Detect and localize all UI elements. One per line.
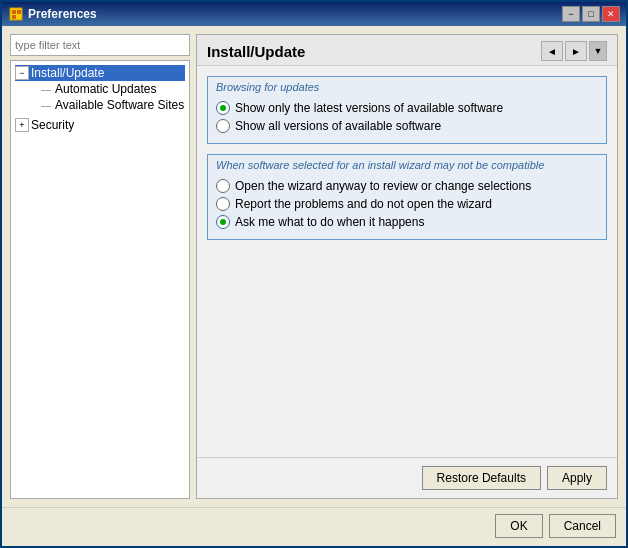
radio-button-5[interactable] xyxy=(216,215,230,229)
radio-label-2: Show all versions of available software xyxy=(235,119,441,133)
svg-rect-1 xyxy=(12,10,16,14)
tree-item-available-software-sites[interactable]: — Available Software Sites xyxy=(41,97,185,113)
radio-button-1[interactable] xyxy=(216,101,230,115)
window-title: Preferences xyxy=(28,7,97,21)
radio-row-1[interactable]: Show only the latest versions of availab… xyxy=(216,99,598,117)
tree-item-label: Install/Update xyxy=(31,66,104,80)
section-browsing-updates: Browsing for updates Show only the lates… xyxy=(207,76,607,144)
tree-item-automatic-updates[interactable]: — Automatic Updates xyxy=(41,81,185,97)
right-body: Browsing for updates Show only the lates… xyxy=(197,66,617,457)
title-bar: Preferences − □ ✕ xyxy=(2,2,626,26)
svg-rect-3 xyxy=(12,15,16,19)
main-row: − Install/Update — Automatic Updates — A… xyxy=(2,26,626,507)
apply-button[interactable]: Apply xyxy=(547,466,607,490)
section-wizard-compat: When software selected for an install wi… xyxy=(207,154,607,240)
radio-row-5[interactable]: Ask me what to do when it happens xyxy=(216,213,598,231)
bottom-bar: Restore Defaults Apply xyxy=(197,457,617,498)
back-button[interactable]: ◄ xyxy=(541,41,563,61)
radio-button-4[interactable] xyxy=(216,197,230,211)
ok-button[interactable]: OK xyxy=(495,514,542,538)
forward-button[interactable]: ► xyxy=(565,41,587,61)
radio-dot-5 xyxy=(220,219,226,225)
svg-rect-2 xyxy=(17,10,21,14)
window-icon xyxy=(8,6,24,22)
tree-children: — Automatic Updates — Available Software… xyxy=(15,81,185,113)
dialog-footer: OK Cancel xyxy=(2,507,626,546)
title-bar-left: Preferences xyxy=(8,6,97,22)
tree-child-label-2: Available Software Sites xyxy=(55,98,184,112)
tree-dash-2: — xyxy=(41,100,51,111)
expand-icon-security[interactable]: + xyxy=(15,118,29,132)
tree-item-security[interactable]: + Security xyxy=(15,117,185,133)
section-content-2: Open the wizard anyway to review or chan… xyxy=(208,173,606,239)
tree-dash: — xyxy=(41,84,51,95)
radio-row-2[interactable]: Show all versions of available software xyxy=(216,117,598,135)
cancel-button[interactable]: Cancel xyxy=(549,514,616,538)
radio-dot-1 xyxy=(220,105,226,111)
radio-row-3[interactable]: Open the wizard anyway to review or chan… xyxy=(216,177,598,195)
section-label-1: Browsing for updates xyxy=(208,77,606,95)
right-panel: Install/Update ◄ ► ▼ Browsing for update… xyxy=(196,34,618,499)
radio-label-4: Report the problems and do not open the … xyxy=(235,197,492,211)
maximize-button[interactable]: □ xyxy=(582,6,600,22)
tree-security-label: Security xyxy=(31,118,74,132)
section-content-1: Show only the latest versions of availab… xyxy=(208,95,606,143)
nav-buttons: ◄ ► ▼ xyxy=(541,41,607,61)
radio-label-5: Ask me what to do when it happens xyxy=(235,215,424,229)
radio-button-2[interactable] xyxy=(216,119,230,133)
radio-label-1: Show only the latest versions of availab… xyxy=(235,101,503,115)
radio-label-3: Open the wizard anyway to review or chan… xyxy=(235,179,531,193)
section-label-2: When software selected for an install wi… xyxy=(208,155,606,173)
right-header: Install/Update ◄ ► ▼ xyxy=(197,35,617,66)
tree-area: − Install/Update — Automatic Updates — A… xyxy=(10,60,190,499)
preferences-window: Preferences − □ ✕ − Install/Update xyxy=(0,0,628,548)
restore-defaults-button[interactable]: Restore Defaults xyxy=(422,466,541,490)
expand-icon[interactable]: − xyxy=(15,66,29,80)
minimize-button[interactable]: − xyxy=(562,6,580,22)
filter-input[interactable] xyxy=(10,34,190,56)
tree-child-label: Automatic Updates xyxy=(55,82,156,96)
right-panel-title: Install/Update xyxy=(207,43,305,60)
content-area: − Install/Update — Automatic Updates — A… xyxy=(2,26,626,546)
tree-item-install-update[interactable]: − Install/Update xyxy=(15,65,185,81)
title-controls: − □ ✕ xyxy=(562,6,620,22)
radio-row-4[interactable]: Report the problems and do not open the … xyxy=(216,195,598,213)
close-button[interactable]: ✕ xyxy=(602,6,620,22)
nav-dropdown-button[interactable]: ▼ xyxy=(589,41,607,61)
left-panel: − Install/Update — Automatic Updates — A… xyxy=(10,34,190,499)
radio-button-3[interactable] xyxy=(216,179,230,193)
